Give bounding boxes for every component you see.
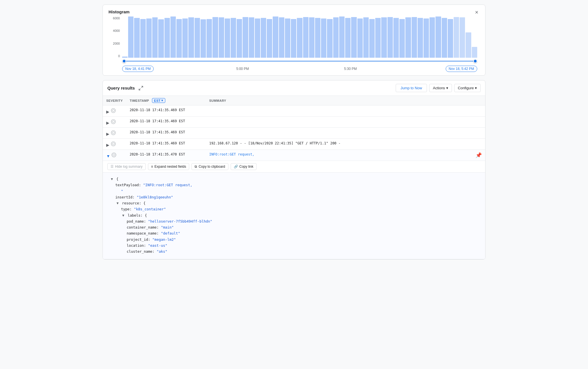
histogram-bar bbox=[405, 17, 411, 58]
histogram-bar bbox=[429, 17, 435, 58]
svg-line-1 bbox=[139, 88, 140, 90]
pin-icon[interactable]: 📌 bbox=[476, 152, 482, 158]
slider-handle-right[interactable] bbox=[473, 59, 477, 63]
log-line-location: location: "east-us" bbox=[110, 242, 478, 248]
log-line-insertid: insertId: "1e8kl8ng1qeeuhn" bbox=[110, 194, 478, 200]
collapse-root-button[interactable]: ▼ bbox=[110, 177, 114, 181]
expand-nested-icon: ≡ bbox=[151, 165, 153, 169]
row-5-timestamp-cell: 2020-11-18 17:41:35.470 EST bbox=[126, 150, 206, 161]
svg-point-5 bbox=[112, 121, 114, 123]
table-row-expanded: ▼ 2020-11-18 17:41:35.470 EST INFO:root:… bbox=[103, 150, 485, 161]
histogram-bar bbox=[381, 17, 387, 58]
histogram-bar bbox=[399, 19, 405, 58]
row-3-severity-icon bbox=[110, 130, 116, 136]
row-4-timestamp: 2020-11-18 17:41:35.469 EST bbox=[130, 141, 185, 145]
slider-handle-left[interactable] bbox=[122, 59, 126, 63]
row-2-expand-button[interactable]: ▶ bbox=[106, 121, 109, 125]
row-1-severity-cell: ▶ bbox=[103, 105, 126, 117]
results-title: Query results bbox=[107, 86, 135, 90]
histogram-bar bbox=[351, 17, 356, 58]
svg-point-11 bbox=[113, 154, 115, 156]
configure-label: Configure bbox=[458, 86, 474, 90]
svg-point-3 bbox=[112, 109, 114, 112]
row-2-timestamp: 2020-11-18 17:41:35.469 EST bbox=[130, 119, 185, 123]
table-row: ▶ 2020-11-18 17:41:35.469 EST bbox=[103, 128, 485, 139]
col-header-summary: SUMMARY bbox=[206, 96, 485, 105]
y-axis-label-2000: 2000 bbox=[109, 42, 120, 45]
histogram-bar bbox=[412, 17, 417, 58]
hide-log-summary-label: Hide log summary bbox=[115, 165, 143, 169]
jump-to-now-button[interactable]: Jump to Now bbox=[396, 84, 427, 92]
row-1-severity-icon bbox=[110, 108, 116, 113]
histogram-bar bbox=[309, 17, 314, 58]
histogram-bar bbox=[418, 18, 423, 58]
slider-range-line bbox=[124, 61, 475, 61]
row-5-summary: INFO:root:GET request, bbox=[209, 152, 254, 156]
log-line-textpayload-cont: " bbox=[110, 188, 478, 194]
histogram-bar bbox=[387, 17, 393, 58]
histogram-bar bbox=[201, 19, 206, 58]
histogram-bar bbox=[448, 19, 453, 58]
table-row: ▶ 2020-11-18 17:41:35.469 EST bbox=[103, 117, 485, 128]
configure-button[interactable]: Configure ▾ bbox=[454, 84, 481, 92]
header-actions: Jump to Now Actions ▾ Configure ▾ bbox=[396, 84, 481, 92]
time-label-left: Nov 18, 4:41 PM bbox=[122, 66, 154, 72]
collapse-resource-button[interactable]: ▼ bbox=[115, 201, 120, 205]
histogram-slider[interactable] bbox=[122, 58, 477, 64]
histogram-bar bbox=[237, 19, 242, 58]
histogram-bar bbox=[321, 18, 326, 58]
time-label-right-center: 5:30 PM bbox=[344, 67, 357, 71]
row-4-summary: 192.168.67.120 - - [18/Nov/2020 22:41:35… bbox=[209, 141, 340, 145]
hide-log-summary-button[interactable]: ☰ Hide log summary bbox=[107, 163, 146, 170]
expand-panel-button[interactable] bbox=[137, 84, 145, 92]
svg-point-9 bbox=[112, 143, 114, 145]
row-2-severity-icon bbox=[110, 119, 116, 125]
histogram-bar bbox=[152, 17, 158, 58]
row-1-expand-button[interactable]: ▶ bbox=[106, 109, 109, 114]
histogram-bar bbox=[285, 18, 290, 58]
log-line-textpayload: textPayload: "INFO:root:GET request, bbox=[110, 182, 478, 188]
col-header-severity: SEVERITY bbox=[103, 96, 126, 105]
histogram-bar bbox=[134, 18, 139, 58]
histogram-bar bbox=[303, 17, 308, 58]
y-axis-label-6000: 6000 bbox=[109, 16, 120, 20]
histogram-bar bbox=[188, 17, 194, 58]
histogram-bar bbox=[442, 18, 447, 58]
row-4-summary-cell: 192.168.67.120 - - [18/Nov/2020 22:41:35… bbox=[206, 139, 485, 150]
copy-link-label: Copy link bbox=[239, 165, 253, 169]
histogram-panel: Histogram × 0 2000 4000 6000 Nov 18, 4:4… bbox=[103, 5, 485, 76]
histogram-bar bbox=[207, 19, 212, 58]
histogram-bar bbox=[249, 17, 254, 58]
histogram-bar bbox=[212, 17, 218, 58]
row-4-expand-button[interactable]: ▶ bbox=[106, 143, 109, 147]
row-3-timestamp-cell: 2020-11-18 17:41:35.469 EST bbox=[126, 128, 206, 139]
histogram-bar bbox=[273, 16, 278, 58]
log-line-labels: ▼ labels: { bbox=[110, 212, 478, 218]
actions-label: Actions bbox=[433, 86, 445, 90]
expanded-detail-cell: ☰ Hide log summary ≡ Expand nested field… bbox=[103, 161, 485, 259]
expand-nested-fields-button[interactable]: ≡ Expand nested fields bbox=[148, 163, 189, 170]
histogram-bar bbox=[255, 18, 260, 58]
close-button[interactable]: × bbox=[473, 8, 481, 16]
histogram-bar bbox=[460, 17, 465, 58]
histogram-bar bbox=[363, 17, 369, 58]
histogram-bar bbox=[261, 18, 266, 58]
col-header-timestamp: TIMESTAMP EST ▾ bbox=[126, 96, 206, 105]
svg-point-4 bbox=[111, 120, 115, 124]
histogram-bar bbox=[122, 57, 128, 58]
results-table: SEVERITY TIMESTAMP EST ▾ SUMMARY bbox=[103, 96, 485, 259]
histogram-bar bbox=[146, 18, 152, 58]
row-3-expand-button[interactable]: ▶ bbox=[106, 132, 109, 136]
collapse-labels-button[interactable]: ▼ bbox=[121, 213, 126, 217]
histogram-bar bbox=[339, 16, 345, 58]
histogram-bar bbox=[393, 18, 399, 58]
actions-button[interactable]: Actions ▾ bbox=[429, 84, 452, 92]
copy-to-clipboard-button[interactable]: ⧉ Copy to clipboard bbox=[191, 163, 228, 170]
copy-link-button[interactable]: 🔗 Copy link bbox=[231, 163, 257, 170]
timezone-badge[interactable]: EST ▾ bbox=[152, 98, 165, 103]
svg-point-7 bbox=[112, 132, 114, 134]
row-5-expand-button[interactable]: ▼ bbox=[106, 154, 110, 158]
svg-point-2 bbox=[111, 109, 115, 113]
table-header: SEVERITY TIMESTAMP EST ▾ SUMMARY bbox=[103, 96, 485, 105]
row-2-summary-cell bbox=[206, 117, 485, 128]
